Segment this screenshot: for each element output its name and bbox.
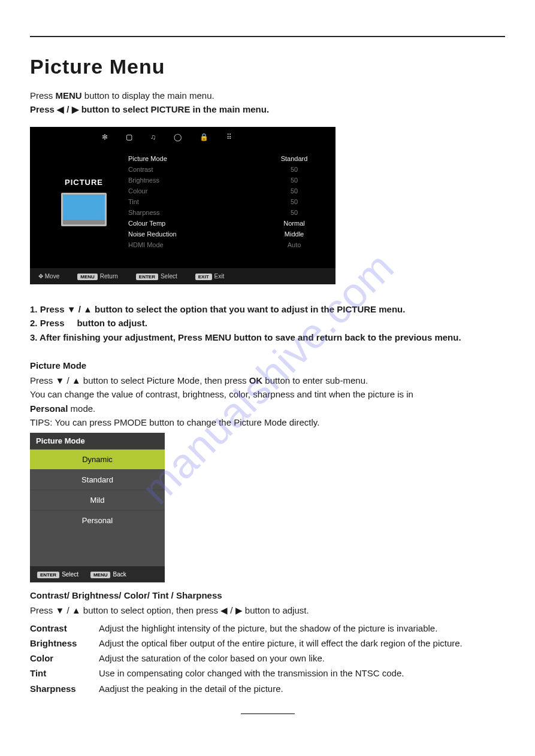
- def-text: Adjust the highlight intensity of the pi…: [99, 621, 505, 635]
- table-row: HDMI ModeAuto: [126, 239, 324, 250]
- submenu-option-dynamic: Dynamic: [30, 449, 165, 469]
- setting-value: Middle: [265, 229, 324, 239]
- step-text: button to adjust.: [77, 318, 147, 328]
- exit-key-icon: EXIT: [195, 274, 212, 280]
- osd-section-title: PICTURE: [65, 178, 103, 187]
- hint-return: MENUReturn: [77, 273, 118, 280]
- submenu-option-standard: Standard: [30, 469, 165, 490]
- setting-label: Colour Temp: [126, 218, 265, 229]
- table-row: Colour50: [126, 186, 324, 196]
- list-item: BrightnessAdjust the optical fiber outpu…: [30, 636, 505, 650]
- intro-line: Press ◀ / ▶ button to select: [30, 104, 151, 114]
- picture-icon: ▢: [126, 133, 132, 141]
- hint-select: ENTERSelect: [37, 571, 78, 578]
- enter-key-icon: ENTER: [37, 572, 59, 578]
- music-icon: ♫: [150, 133, 156, 141]
- settings-icon: ✻: [102, 133, 108, 141]
- step-text: button to save and return back to the pr…: [231, 332, 461, 342]
- def-term: Color: [30, 651, 99, 665]
- submenu-footer: ENTERSelect MENUBack: [30, 566, 165, 582]
- def-text: Use in compensating color changed with t…: [99, 666, 505, 680]
- submenu-option-personal: Personal: [30, 510, 165, 530]
- setting-label: Brightness: [126, 175, 265, 186]
- body-text: button to enter sub-menu.: [262, 375, 368, 385]
- step-text: 3. After finishing your adjustment, Pres…: [30, 332, 205, 342]
- tips-text: TIPS: You can press PMODE button to chan…: [30, 417, 319, 427]
- submenu-option-mild: Mild: [30, 490, 165, 510]
- setting-value: 50: [265, 196, 324, 207]
- bottom-rule: [241, 714, 295, 714]
- osd-tabbar: ✻ ▢ ♫ ◯ 🔒 ⠿: [30, 127, 335, 147]
- cbcts-section: Contrast/ Brightness/ Color/ Tint / Shar…: [30, 588, 505, 618]
- setting-label: Contrast: [126, 164, 265, 175]
- setting-value: 50: [265, 186, 324, 196]
- list-item: TintUse in compensating color changed wi…: [30, 666, 505, 680]
- table-row: Sharpness50: [126, 207, 324, 218]
- osd-screenshot: ✻ ▢ ♫ ◯ 🔒 ⠿ PICTURE Picture ModeStandard…: [30, 127, 335, 284]
- def-term: Brightness: [30, 636, 99, 650]
- table-row: Noise ReductionMiddle: [126, 229, 324, 239]
- page-title: Picture Menu: [30, 55, 505, 78]
- setting-label: Colour: [126, 186, 265, 196]
- def-term: Contrast: [30, 621, 99, 635]
- hint-select: ENTERSelect: [136, 273, 177, 280]
- enter-key-icon: ENTER: [136, 274, 158, 280]
- menu-key-icon: MENU: [77, 274, 98, 280]
- body-text: Press ▼ / ▲ button to select option, the…: [30, 605, 309, 615]
- list-item: SharpnessAadjust the peaking in the deta…: [30, 682, 505, 696]
- table-row: Tint50: [126, 196, 324, 207]
- setting-value: 50: [265, 164, 324, 175]
- setting-value: 50: [265, 175, 324, 186]
- intro-line: in the main menu.: [190, 104, 269, 114]
- setting-label: Sharpness: [126, 207, 265, 218]
- hint-exit: EXITExit: [195, 273, 224, 280]
- steps-list: 1. Press ▼ / ▲ button to select the opti…: [30, 302, 505, 344]
- setting-value: Normal: [265, 218, 324, 229]
- step-text: 2. Press: [30, 318, 65, 328]
- picture-mode-submenu: Picture Mode Dynamic Standard Mild Perso…: [30, 433, 165, 582]
- menu-word: MENU: [205, 332, 231, 342]
- step-text: menu.: [376, 304, 405, 314]
- table-row: Contrast50: [126, 164, 324, 175]
- def-term: Sharpness: [30, 682, 99, 696]
- personal-word: Personal: [30, 403, 68, 414]
- ok-word: OK: [249, 375, 263, 385]
- setting-label: Tint: [126, 196, 265, 207]
- intro-line: Press: [30, 90, 56, 101]
- picture-mode-section: Picture Mode Press ▼ / ▲ button to selec…: [30, 359, 505, 429]
- def-text: Adjust the saturation of the color based…: [99, 651, 505, 665]
- def-term: Tint: [30, 666, 99, 680]
- picture-word: PICTURE: [151, 104, 191, 114]
- table-row: Colour TempNormal: [126, 218, 324, 229]
- list-item: ContrastAdjust the highlight intensity o…: [30, 621, 505, 635]
- list-item: ColorAdjust the saturation of the color …: [30, 651, 505, 665]
- intro-line: button to display the main menu.: [82, 90, 214, 101]
- setting-value: 50: [265, 207, 324, 218]
- hint-label: Exit: [214, 273, 225, 280]
- osd-settings-table: Picture ModeStandard Contrast50 Brightne…: [126, 153, 324, 250]
- top-rule: [30, 36, 505, 37]
- body-text: mode.: [68, 403, 95, 414]
- definitions-list: ContrastAdjust the highlight intensity o…: [30, 621, 505, 696]
- picture-word: PICTURE: [337, 304, 376, 314]
- circle-icon: ◯: [174, 133, 182, 141]
- def-text: Aadjust the peaking in the detail of the…: [99, 682, 505, 696]
- submenu-spacer: [30, 530, 165, 566]
- submenu-header: Picture Mode: [30, 433, 165, 449]
- step-text: 1. Press ▼ / ▲ button to select the opti…: [30, 304, 337, 314]
- table-row: Picture ModeStandard: [126, 153, 324, 164]
- intro-text: Press MENU button to display the main me…: [30, 89, 505, 116]
- apps-icon: ⠿: [226, 133, 232, 141]
- menu-key-icon: MENU: [90, 572, 111, 578]
- def-text: Adjust the optical fiber output of the e…: [99, 636, 505, 650]
- hint-label: Select: [62, 571, 78, 578]
- osd-sidebar: PICTURE: [42, 153, 126, 250]
- setting-label: HDMI Mode: [126, 239, 265, 250]
- section-heading: Picture Mode: [30, 359, 505, 372]
- section-heading: Contrast/ Brightness/ Color/ Tint / Shar…: [30, 588, 505, 602]
- hint-label: Select: [161, 273, 177, 280]
- hint-back: MENUBack: [90, 571, 126, 578]
- tv-thumbnail-icon: [61, 193, 107, 226]
- hint-move: ✥ Move: [38, 273, 59, 280]
- hint-label: Return: [100, 273, 118, 280]
